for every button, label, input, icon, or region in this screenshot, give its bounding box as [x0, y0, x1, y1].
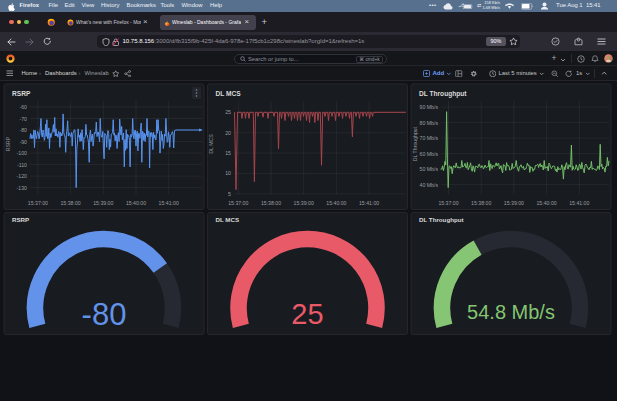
svg-text:-100: -100: [17, 150, 27, 156]
svg-text:15:41:00: 15:41:00: [359, 200, 379, 206]
svg-text:54.8 Mb/s: 54.8 Mb/s: [467, 301, 555, 323]
svg-text:-130: -130: [17, 185, 27, 191]
svg-text:DL MCS: DL MCS: [216, 90, 242, 97]
svg-text:15:38:00: 15:38:00: [261, 200, 281, 206]
svg-text:20: 20: [225, 130, 231, 136]
svg-text:-110: -110: [17, 162, 27, 168]
svg-text:15:40:00: 15:40:00: [326, 200, 346, 206]
svg-text:DL MCS: DL MCS: [216, 216, 240, 223]
svg-text:15:40:00: 15:40:00: [126, 200, 146, 206]
svg-text:-120: -120: [17, 173, 27, 179]
svg-text:-80: -80: [20, 127, 28, 133]
svg-text:70 Mb/s: 70 Mb/s: [420, 135, 439, 141]
svg-text:-70: -70: [20, 116, 28, 122]
svg-text:25: 25: [291, 298, 323, 330]
svg-text:15:39:00: 15:39:00: [294, 200, 314, 206]
svg-text:15:38:00: 15:38:00: [60, 200, 80, 206]
svg-text:15:37:00: 15:37:00: [28, 200, 48, 206]
svg-text:15: 15: [225, 150, 231, 156]
svg-text:80 Mb/s: 80 Mb/s: [420, 120, 439, 126]
svg-text:25: 25: [225, 109, 231, 115]
svg-text:15:41:00: 15:41:00: [569, 200, 589, 206]
svg-text:RSRP: RSRP: [5, 136, 11, 151]
svg-text:DL Throughput: DL Throughput: [419, 90, 467, 98]
svg-text:15:37:00: 15:37:00: [438, 200, 458, 206]
svg-text:5: 5: [228, 191, 231, 197]
svg-text:DL MCS: DL MCS: [208, 134, 214, 154]
svg-text:-60: -60: [20, 104, 28, 110]
svg-text:15:39:00: 15:39:00: [504, 200, 524, 206]
svg-text:-80: -80: [82, 297, 127, 332]
svg-text:RSRP: RSRP: [12, 216, 29, 223]
svg-text:50 Mb/s: 50 Mb/s: [420, 166, 439, 172]
svg-text:15:40:00: 15:40:00: [536, 200, 556, 206]
svg-text:RSRP: RSRP: [12, 90, 31, 97]
svg-text:-90: -90: [20, 139, 28, 145]
svg-text:60 Mb/s: 60 Mb/s: [420, 151, 439, 157]
svg-text:10: 10: [225, 170, 231, 176]
svg-text:15:39:00: 15:39:00: [93, 200, 113, 206]
svg-text:DL Throughput: DL Throughput: [412, 126, 418, 161]
svg-text:15:38:00: 15:38:00: [471, 200, 491, 206]
svg-text:40 Mb/s: 40 Mb/s: [420, 182, 439, 188]
svg-text:15:41:00: 15:41:00: [159, 200, 179, 206]
svg-text:90 Mb/s: 90 Mb/s: [420, 104, 439, 110]
svg-text:15:37:00: 15:37:00: [228, 200, 248, 206]
svg-text:DL Throughput: DL Throughput: [419, 216, 464, 223]
